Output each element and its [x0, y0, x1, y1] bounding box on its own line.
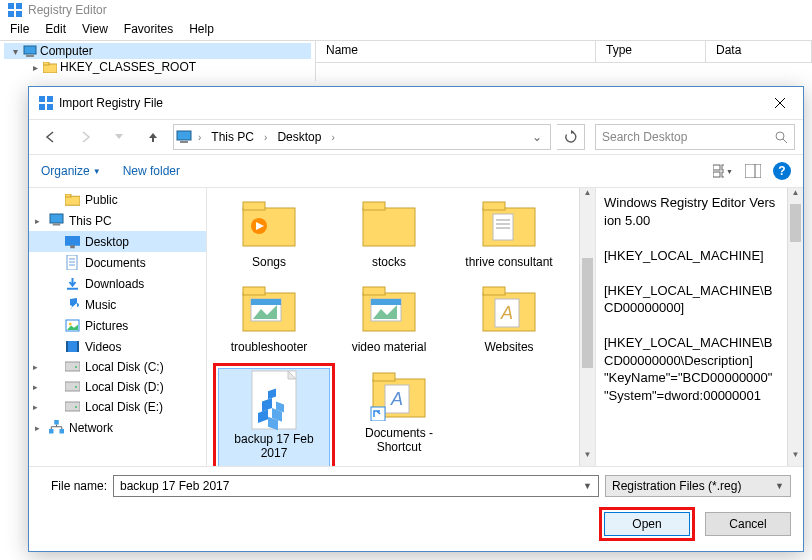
disk-icon [65, 381, 80, 393]
file-item[interactable]: backup 17 Feb 2017 [218, 368, 330, 466]
organize-menu[interactable]: Organize ▼ [41, 164, 101, 178]
help-button[interactable]: ? [773, 162, 791, 180]
file-item[interactable]: Songs [213, 192, 325, 275]
svg-rect-61 [243, 287, 265, 295]
folder-media-icon [235, 196, 303, 252]
col-name[interactable]: Name [316, 41, 596, 62]
menu-file[interactable]: File [10, 22, 29, 36]
svg-line-17 [783, 139, 787, 143]
svg-rect-83 [371, 407, 385, 421]
svg-rect-0 [8, 3, 14, 9]
svg-point-16 [776, 132, 784, 140]
col-type[interactable]: Type [596, 41, 706, 62]
file-label: video material [352, 340, 427, 354]
combo-dropdown-icon[interactable]: ▼ [775, 481, 784, 491]
file-label: troubleshooter [231, 340, 308, 354]
file-item[interactable]: thrive consultant [453, 192, 565, 275]
search-icon [775, 131, 788, 144]
file-name-input[interactable]: backup 17 Feb 2017 ▼ [113, 475, 599, 497]
nav-item-music[interactable]: Music [29, 294, 206, 315]
up-button[interactable] [139, 124, 167, 150]
tree-computer[interactable]: ▾ Computer [4, 43, 311, 59]
nav-item-public[interactable]: Public [29, 190, 206, 210]
file-list[interactable]: ▲ ▼ Songsstocksthrive consultanttroubles… [207, 188, 595, 466]
nav-item-local-disk-e-[interactable]: ▸Local Disk (E:) [29, 397, 206, 417]
chevron-right-icon[interactable]: ▸ [35, 216, 40, 226]
breadcrumb[interactable]: › This PC › Desktop › ⌄ [173, 124, 551, 150]
new-folder-button[interactable]: New folder [123, 164, 180, 178]
preview-pane-button[interactable] [743, 161, 763, 181]
chevron-right-icon[interactable]: ▸ [35, 423, 40, 433]
nav-item-desktop[interactable]: Desktop [29, 231, 206, 252]
dialog-toolbar: Organize ▼ New folder ▼ ? [29, 154, 803, 188]
folder-pics-icon [235, 281, 303, 337]
file-list-scrollbar[interactable]: ▲ ▼ [579, 188, 595, 466]
close-button[interactable] [763, 91, 797, 115]
combo-dropdown-icon[interactable]: ▼ [583, 481, 592, 491]
pictures-icon [65, 318, 80, 333]
file-item[interactable]: AWebsites [453, 277, 565, 360]
file-item[interactable]: troubleshooter [213, 277, 325, 360]
svg-text:A: A [500, 303, 513, 323]
file-item[interactable]: ADocuments - Shortcut [343, 363, 455, 466]
nav-item-pictures[interactable]: Pictures [29, 315, 206, 336]
svg-rect-53 [363, 202, 385, 210]
chevron-right-icon[interactable]: › [331, 132, 334, 143]
chevron-right-icon[interactable]: › [198, 132, 201, 143]
svg-rect-22 [745, 164, 761, 178]
folder-font-icon: A [475, 281, 543, 337]
file-item[interactable]: stocks [333, 192, 445, 275]
crumb-desktop[interactable]: Desktop [273, 130, 325, 144]
nav-item-documents[interactable]: Documents [29, 252, 206, 273]
svg-rect-19 [722, 165, 724, 170]
disk-icon [65, 361, 80, 373]
pc-icon [176, 130, 192, 144]
chevron-right-icon[interactable]: › [264, 132, 267, 143]
svg-rect-67 [371, 299, 401, 305]
chevron-down-icon[interactable]: ▾ [10, 46, 20, 57]
disk-icon [65, 401, 80, 413]
svg-rect-42 [65, 382, 80, 391]
cancel-button[interactable]: Cancel [705, 512, 791, 536]
search-input[interactable]: Search Desktop [595, 124, 795, 150]
crumb-this-pc[interactable]: This PC [207, 130, 258, 144]
menu-help[interactable]: Help [189, 22, 214, 36]
nav-item-this-pc[interactable]: ▸This PC [29, 210, 206, 231]
tree-hkey-classes-root[interactable]: ▸ HKEY_CLASSES_ROOT [4, 59, 311, 75]
svg-rect-46 [54, 420, 59, 425]
view-options-button[interactable]: ▼ [713, 161, 733, 181]
svg-rect-4 [24, 46, 36, 54]
menu-view[interactable]: View [82, 22, 108, 36]
registry-editor-window: Registry Editor File Edit View Favorites… [0, 0, 812, 81]
nav-item-downloads[interactable]: Downloads [29, 273, 206, 294]
chevron-right-icon[interactable]: ▸ [33, 402, 38, 412]
regedit-tree[interactable]: ▾ Computer ▸ HKEY_CLASSES_ROOT [0, 41, 316, 81]
documents-icon [65, 255, 80, 270]
nav-item-local-disk-c-[interactable]: ▸Local Disk (C:) [29, 357, 206, 377]
refresh-button[interactable] [557, 124, 585, 150]
music-icon [65, 297, 80, 312]
file-item[interactable]: video material [333, 277, 445, 360]
back-button[interactable] [37, 124, 65, 150]
chevron-right-icon[interactable]: ▸ [30, 62, 40, 73]
svg-rect-10 [39, 104, 45, 110]
svg-rect-50 [243, 202, 265, 210]
dialog-titlebar[interactable]: Import Registry File [29, 87, 803, 119]
nav-item-videos[interactable]: Videos [29, 336, 206, 357]
preview-scrollbar[interactable]: ▲ ▼ [787, 188, 803, 466]
open-button[interactable]: Open [604, 512, 690, 536]
forward-button[interactable] [71, 124, 99, 150]
chevron-right-icon[interactable]: ▸ [33, 382, 38, 392]
svg-rect-47 [49, 429, 54, 434]
menu-edit[interactable]: Edit [45, 22, 66, 36]
svg-rect-40 [65, 362, 80, 371]
breadcrumb-dropdown[interactable]: ⌄ [526, 130, 548, 144]
col-data[interactable]: Data [706, 41, 812, 62]
file-type-combo[interactable]: Registration Files (*.reg) ▼ [605, 475, 791, 497]
chevron-right-icon[interactable]: ▸ [33, 362, 38, 372]
menu-favorites[interactable]: Favorites [124, 22, 173, 36]
folder-nav-tree[interactable]: Public▸This PCDesktopDocumentsDownloadsM… [29, 188, 207, 466]
recent-dropdown[interactable] [105, 124, 133, 150]
nav-item-network[interactable]: ▸Network [29, 417, 206, 438]
nav-item-local-disk-d-[interactable]: ▸Local Disk (D:) [29, 377, 206, 397]
